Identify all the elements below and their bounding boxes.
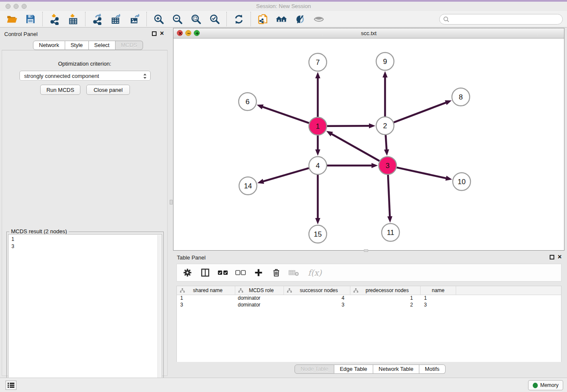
graph-edge-3-10[interactable] [396, 168, 446, 179]
clone-network-button[interactable] [253, 11, 272, 27]
graph-edge-1-2[interactable] [327, 126, 370, 126]
control-panel-close-button[interactable]: × [160, 30, 164, 37]
cell-shared-name[interactable]: 3 [177, 302, 235, 309]
plus-icon [254, 268, 263, 277]
cell-mcds-role[interactable]: dominator [235, 295, 284, 302]
result-scrollbar[interactable] [157, 235, 161, 388]
vertical-splitter-handle[interactable] [170, 200, 173, 204]
checked-boxes-icon [217, 269, 228, 276]
table-settings-button[interactable] [181, 266, 194, 279]
refresh-button[interactable] [229, 11, 248, 27]
tab-node-table[interactable]: Node Table [295, 364, 334, 374]
tab-select[interactable]: Select [89, 41, 116, 50]
zoom-fit-button[interactable] [187, 11, 205, 27]
toolbar-separator [42, 12, 43, 26]
eye-button[interactable] [309, 11, 328, 27]
table-panel-float-button[interactable] [550, 255, 554, 259]
close-panel-button[interactable]: Close panel [86, 85, 130, 95]
tab-network-table[interactable]: Network Table [373, 364, 419, 374]
criterion-select[interactable]: strongly connected component [19, 71, 151, 81]
split-columns-icon [201, 268, 210, 277]
split-panel-button[interactable] [199, 266, 212, 279]
status-bar: Memory [0, 378, 567, 392]
graph-edge-arrowhead [257, 179, 264, 184]
task-history-button[interactable] [6, 381, 17, 390]
open-session-button[interactable] [3, 11, 21, 27]
zoom-in-button[interactable] [149, 11, 168, 27]
home-button[interactable] [272, 11, 291, 27]
graph-edge-arrowhead [315, 218, 320, 224]
control-panel-title: Control Panel [4, 31, 38, 37]
column-header-mcds-role[interactable]: MCDS role [235, 286, 284, 295]
cell-shared-name[interactable]: 1 [177, 295, 235, 302]
cell-predecessor-nodes[interactable]: 1 [350, 295, 421, 302]
mcds-result-groupbox: MCDS result (2 nodes) 1 3 [6, 232, 164, 391]
mcds-panel: Optimization criterion: strongly connect… [2, 50, 168, 376]
network-view-title: scc.txt [173, 30, 564, 36]
hide-panel-button[interactable] [291, 11, 309, 27]
column-header-successor-nodes[interactable]: successor nodes [284, 286, 350, 295]
control-panel-float-button[interactable] [152, 31, 157, 36]
zoom-selected-button[interactable] [205, 11, 224, 27]
tab-edge-table[interactable]: Edge Table [334, 364, 373, 374]
mcds-result-text[interactable]: 1 3 [8, 234, 162, 389]
cell-name[interactable]: 1 [421, 295, 456, 302]
cell-mcds-role[interactable]: dominator [235, 302, 284, 309]
column-header-predecessor-nodes[interactable]: predecessor nodes [350, 286, 421, 295]
graph-node-label: 9 [383, 58, 387, 66]
table-tab-bar: Node Table Edge Table Network Table Moti… [173, 364, 567, 374]
tab-style[interactable]: Style [65, 41, 89, 50]
memory-label: Memory [540, 382, 559, 388]
graph-edge-arrowhead [387, 216, 392, 223]
export-image-button[interactable] [125, 11, 144, 27]
create-column-button[interactable] [252, 266, 265, 279]
delete-column-button[interactable] [270, 266, 283, 279]
zoom-out-button[interactable] [168, 11, 187, 27]
table-panel-header: Table Panel × [173, 252, 567, 264]
mcds-result-title: MCDS result (2 nodes) [9, 228, 69, 235]
cell-successor-nodes[interactable]: 3 [284, 302, 350, 309]
tab-motifs[interactable]: Motifs [419, 364, 446, 374]
export-network-button[interactable] [88, 11, 107, 27]
cell-predecessor-nodes[interactable]: 2 [350, 302, 421, 309]
graph-edge-arrowhead [383, 71, 388, 77]
zoom-selected-icon [209, 14, 220, 25]
column-header-name[interactable]: name [421, 286, 456, 295]
memory-button[interactable]: Memory [528, 380, 563, 390]
import-network-button[interactable] [45, 11, 64, 27]
hide-all-columns-button[interactable] [234, 266, 247, 279]
graph-edge-1-6[interactable] [262, 107, 309, 123]
function-builder-button[interactable]: f(x) [306, 266, 324, 279]
table-row[interactable]: 3 dominator 3 2 3 [177, 302, 561, 309]
export-image-icon [129, 14, 140, 25]
network-graph-canvas[interactable]: 7968124314101511 [173, 39, 564, 250]
export-table-button[interactable] [107, 11, 125, 27]
graph-edge-3-11[interactable] [388, 175, 390, 217]
network-view-window: scc.txt 7968124314101511 [173, 28, 564, 251]
tab-mcds[interactable]: MCDS [116, 41, 143, 50]
tab-network[interactable]: Network [33, 41, 65, 50]
column-header-shared-name[interactable]: shared name [177, 286, 235, 295]
import-table-button[interactable] [64, 11, 83, 27]
graph-edge-3-1[interactable] [331, 134, 379, 161]
memory-status-icon [533, 383, 538, 388]
search-input[interactable] [450, 15, 562, 24]
toolbar-separator [226, 12, 227, 26]
search-field[interactable] [439, 14, 563, 25]
delete-table-button[interactable] [288, 266, 300, 279]
graph-edge-2-8[interactable] [394, 102, 447, 122]
run-mcds-button[interactable]: Run MCDS [40, 85, 80, 95]
graph-node-label: 8 [459, 93, 462, 101]
table-panel-close-button[interactable]: × [558, 253, 561, 261]
cell-name[interactable]: 3 [421, 302, 456, 309]
zoom-in-icon [153, 14, 165, 25]
node-table[interactable]: shared name MCDS role successor nodes pr… [176, 286, 561, 362]
table-row[interactable]: 1 dominator 4 1 1 [177, 295, 561, 302]
graph-edge-4-14[interactable] [263, 168, 309, 182]
graph-edge-2-3[interactable] [385, 135, 386, 150]
save-session-button[interactable] [21, 11, 40, 27]
cell-successor-nodes[interactable]: 4 [284, 295, 350, 302]
control-panel: Control Panel × Network Style Select MCD… [0, 28, 169, 378]
show-all-columns-button[interactable] [217, 266, 229, 279]
network-view-titlebar[interactable]: scc.txt [173, 28, 564, 39]
